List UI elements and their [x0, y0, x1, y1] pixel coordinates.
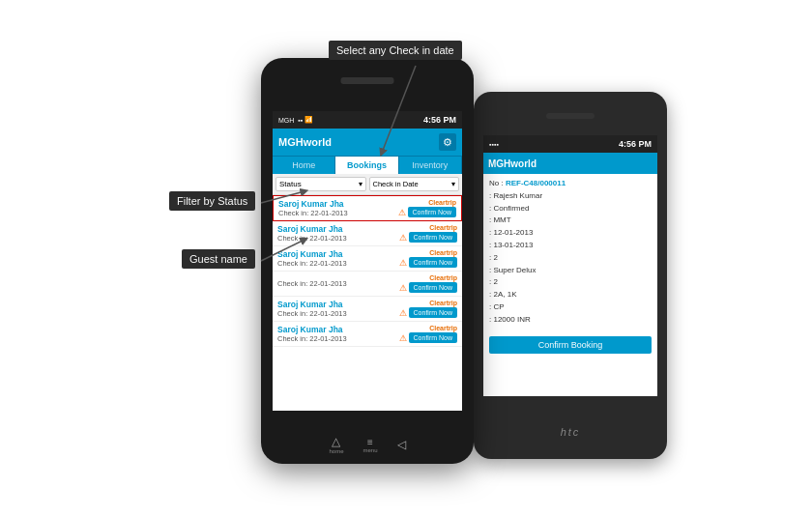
- cleartrip-badge: Cleartrip: [429, 224, 457, 231]
- status-filter[interactable]: Status ▾: [276, 177, 366, 191]
- guest-annotation: Guest name: [182, 249, 255, 269]
- warning-icon: ⚠: [399, 258, 407, 268]
- phone1-network: MGH ▪▪ 📶: [278, 116, 313, 124]
- warning-icon: ⚠: [399, 308, 407, 318]
- phone1-status-bar: MGH ▪▪ 📶 4:56 PM: [273, 111, 462, 129]
- confirm-booking-button[interactable]: Confirm Booking: [489, 336, 652, 354]
- booking-right: Cleartrip ⚠ Confirm Now: [399, 300, 457, 318]
- phone2-detail: No : REF-C48/000011 : Rajesh Kumar : Con…: [483, 174, 657, 330]
- warning-icon: ⚠: [399, 233, 407, 243]
- status-field: : Confirmed: [489, 203, 652, 215]
- booking-list: Saroj Kumar Jha Check in: 22-01-2013 Cle…: [273, 195, 462, 347]
- checkout-field: : 13-01-2013: [489, 240, 652, 252]
- booking-date: Check in: 22-01-2013: [277, 279, 399, 288]
- cleartrip-badge: Cleartrip: [429, 274, 457, 281]
- phone1-screen: MGH ▪▪ 📶 4:56 PM MGHworld ⚙ Home Booking…: [273, 111, 462, 411]
- tab-bookings[interactable]: Bookings: [335, 157, 398, 174]
- booking-item[interactable]: Saroj Kumar Jha Check in: 22-01-2013 Cle…: [273, 221, 462, 246]
- phone1-speaker: [341, 77, 394, 84]
- source-field: : MMT: [489, 215, 652, 227]
- booking-date: Check in: 22-01-2013: [277, 234, 399, 243]
- phone2-status-bar: ▪▪▪▪ 4:56 PM: [483, 135, 657, 153]
- booking-item[interactable]: Saroj Kumar Jha Check in: 22-01-2013 Cle…: [273, 297, 462, 322]
- checkin-field: : 12-01-2013: [489, 227, 652, 240]
- phone1-bottom-nav: △ home ≡ menu ◁: [329, 435, 405, 454]
- cleartrip-badge: Cleartrip: [429, 249, 457, 256]
- booking-right: Cleartrip ⚠ Confirm Now: [399, 224, 457, 243]
- cleartrip-badge: Cleartrip: [429, 300, 457, 306]
- ref-label: No : REF-C48/000011: [489, 178, 652, 190]
- meal-field: : CP: [489, 301, 652, 314]
- booking-left: Saroj Kumar Jha Check in: 22-01-2013: [277, 300, 399, 318]
- rooms-field: : 2: [489, 276, 652, 289]
- booking-right: Cleartrip ⚠ Confirm Now: [398, 199, 456, 217]
- booking-date: Check in: 22-01-2013: [277, 309, 399, 318]
- confirm-now-button[interactable]: Confirm Now: [409, 257, 457, 268]
- phone1: MGH ▪▪ 📶 4:56 PM MGHworld ⚙ Home Booking…: [261, 58, 474, 464]
- phone2-time: 4:56 PM: [619, 139, 652, 149]
- phone2: ▪▪▪▪ 4:56 PM MGHworld No : REF-C48/00001…: [474, 92, 667, 459]
- confirm-now-button[interactable]: Confirm Now: [409, 307, 457, 318]
- cleartrip-badge: Cleartrip: [428, 199, 456, 206]
- booking-date: Check in: 22-01-2013: [277, 259, 399, 268]
- warning-icon: ⚠: [399, 283, 407, 293]
- phone2-signal: ▪▪▪▪: [489, 141, 499, 148]
- booking-left: Saroj Kumar Jha Check in: 22-01-2013: [278, 199, 398, 217]
- ref-number: REF-C48/000011: [506, 179, 566, 187]
- cleartrip-badge: Cleartrip: [429, 325, 457, 331]
- checkin-annotation: Select any Check in date: [329, 41, 462, 60]
- room-type-field: : Super Delux: [489, 265, 652, 277]
- booking-right: Cleartrip ⚠ Confirm Now: [399, 325, 457, 343]
- booking-item[interactable]: Saroj Kumar Jha Check in: 22-01-2013 Cle…: [273, 322, 462, 347]
- confirm-now-button[interactable]: Confirm Now: [409, 282, 457, 293]
- booking-left: Check in: 22-01-2013: [277, 279, 399, 288]
- booking-name: Saroj Kumar Jha: [277, 249, 399, 259]
- booking-item[interactable]: Check in: 22-01-2013 Cleartrip ⚠ Confirm…: [273, 272, 462, 297]
- tab-home[interactable]: Home: [273, 157, 335, 174]
- phone2-header: MGHworld: [483, 153, 657, 174]
- booking-item[interactable]: Saroj Kumar Jha Check in: 22-01-2013 Cle…: [273, 195, 462, 221]
- booking-name: Saroj Kumar Jha: [277, 300, 399, 309]
- confirm-now-button[interactable]: Confirm Now: [409, 332, 457, 343]
- filter-annotation: Filter by Status: [169, 191, 255, 211]
- phone2-app-name: MGHworld: [488, 158, 536, 169]
- confirm-now-button[interactable]: Confirm Now: [408, 207, 456, 217]
- booking-date: Check in: 22-01-2013: [277, 334, 399, 343]
- confirm-now-button[interactable]: Confirm Now: [409, 232, 457, 243]
- warning-icon: ⚠: [399, 333, 407, 343]
- booking-date: Check in: 22-01-2013: [278, 209, 398, 217]
- price-field: : 12000 INR: [489, 314, 652, 327]
- guest-name: : Rajesh Kumar: [489, 190, 652, 203]
- nav-tabs: Home Bookings Inventory: [273, 156, 462, 174]
- phone2-screen: ▪▪▪▪ 4:56 PM MGHworld No : REF-C48/00001…: [483, 135, 657, 396]
- phone1-app-name: MGHworld: [278, 136, 332, 148]
- phone1-time: 4:56 PM: [423, 115, 456, 125]
- settings-icon[interactable]: ⚙: [439, 133, 456, 151]
- booking-left: Saroj Kumar Jha Check in: 22-01-2013: [277, 249, 399, 268]
- booking-right: Cleartrip ⚠ Confirm Now: [399, 274, 457, 293]
- booking-right: Cleartrip ⚠ Confirm Now: [399, 249, 457, 268]
- tab-inventory[interactable]: Inventory: [399, 157, 462, 174]
- phone2-speaker: [546, 113, 594, 119]
- booking-item[interactable]: Saroj Kumar Jha Check in: 22-01-2013 Cle…: [273, 246, 462, 272]
- booking-name: Saroj Kumar Jha: [278, 199, 398, 209]
- booking-name: Saroj Kumar Jha: [277, 325, 399, 334]
- filter-row: Status ▾ Check in Date ▾: [273, 174, 462, 195]
- booking-name: Saroj Kumar Jha: [277, 224, 399, 234]
- booking-left: Saroj Kumar Jha Check in: 22-01-2013: [277, 224, 399, 243]
- bed-type-field: : 2A, 1K: [489, 289, 652, 301]
- htc-brand: htc: [561, 426, 581, 438]
- phone1-header: MGHworld ⚙: [273, 129, 462, 156]
- checkin-filter[interactable]: Check in Date ▾: [369, 177, 460, 191]
- nights-field: : 2: [489, 252, 652, 265]
- warning-icon: ⚠: [398, 208, 406, 217]
- booking-left: Saroj Kumar Jha Check in: 22-01-2013: [277, 325, 399, 343]
